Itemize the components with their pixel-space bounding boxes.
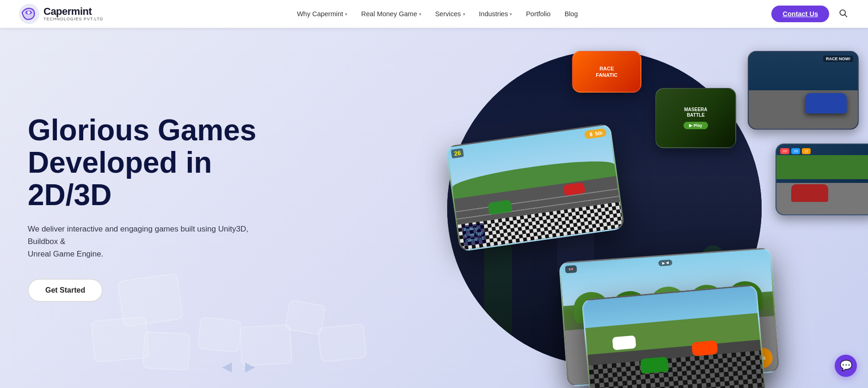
card-race-fanatic: RACEFANATIC <box>572 51 641 93</box>
contact-us-button[interactable]: Contact Us <box>771 6 829 22</box>
navbar: Capermint Technologies pvt.ltd Why Caper… <box>0 0 868 28</box>
search-icon <box>838 8 848 18</box>
phone-racing-game: 26 ⏸ 5th RankingCoins: 0/20Collect: 0/1 <box>445 123 625 252</box>
nav-blog[interactable]: Blog <box>559 7 584 20</box>
phone-racing-mid <box>581 284 766 388</box>
hero-title: Glorious Games Developed in 2D/3D <box>28 114 287 212</box>
chevron-down-icon: ▾ <box>419 12 421 17</box>
logo[interactable]: Capermint Technologies pvt.ltd <box>18 3 103 25</box>
card-race-now-top: RACE NOW! <box>748 51 859 130</box>
bg-circle <box>447 51 762 366</box>
nav-portfolio[interactable]: Portfolio <box>520 7 556 20</box>
nav-why-capermint[interactable]: Why Capermint ▾ <box>291 7 353 20</box>
chat-icon: 💬 <box>840 360 852 372</box>
hero-visual: 26 ⏸ 5th RankingCoins: 0/20Collect: 0/1 <box>419 42 868 384</box>
phone-gta-game: ♥♥ Hit ▶ ◀ <box>559 247 780 387</box>
hero-content: Glorious Games Developed in 2D/3D We del… <box>0 114 287 302</box>
card-racing-right: 2D 26 22 <box>776 144 868 215</box>
svg-point-1 <box>27 11 30 14</box>
nav-links: Why Capermint ▾ Real Money Game ▾ Servic… <box>291 7 584 20</box>
nav-industries[interactable]: Industries ▾ <box>474 7 518 20</box>
chevron-down-icon: ▾ <box>510 12 512 17</box>
hero-subtitle: We deliver interactive and engaging game… <box>28 223 259 261</box>
nav-services[interactable]: Services ▾ <box>430 7 471 20</box>
logo-icon <box>18 3 40 25</box>
chevron-down-icon: ▾ <box>345 12 347 17</box>
search-button[interactable] <box>837 6 850 22</box>
nav-real-money-game[interactable]: Real Money Game ▾ <box>356 7 427 20</box>
chevron-down-icon: ▾ <box>463 12 465 17</box>
svg-point-2 <box>840 10 845 15</box>
brand-name: Capermint <box>43 6 103 17</box>
navbar-right: Contact Us <box>771 6 850 22</box>
get-started-button[interactable]: Get Started <box>28 279 103 302</box>
logo-text: Capermint Technologies pvt.ltd <box>43 6 103 22</box>
card-maseera-battle: MASEERABATTLE ▶ Play <box>655 88 736 148</box>
brand-sub: Technologies pvt.ltd <box>43 17 103 22</box>
svg-line-3 <box>845 15 847 17</box>
hero-section: Glorious Games Developed in 2D/3D We del… <box>0 28 868 388</box>
chat-bubble[interactable]: 💬 <box>835 355 857 377</box>
